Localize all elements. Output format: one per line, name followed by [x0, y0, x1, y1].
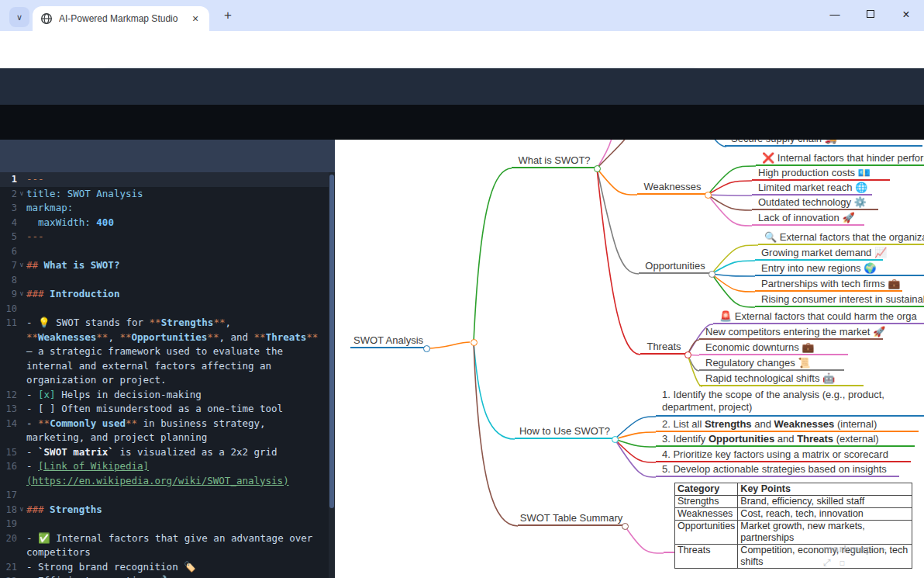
mindmap-node[interactable]: Opportunities: [639, 259, 712, 274]
editor-line[interactable]: 19: [0, 517, 335, 531]
mindmap-node[interactable]: SWOT Table Summary: [518, 511, 625, 526]
editor-line[interactable]: 22- Efficient operations 🔧: [0, 574, 335, 578]
table-cell: Cost, reach, tech, innovation: [738, 508, 912, 521]
mindmap-node[interactable]: Outdated technology ⚙️: [752, 196, 878, 210]
mindmap-node[interactable]: 🔍 External factors that the organizatio: [758, 230, 924, 245]
gutter-spacer: [17, 488, 26, 503]
gutter-spacer: [17, 273, 26, 288]
gutter-spacer: [17, 574, 26, 578]
editor-line[interactable]: 8: [0, 273, 335, 288]
editor-line[interactable]: 7v## What is SWOT?: [0, 258, 335, 273]
tab-close-icon[interactable]: ×: [189, 12, 202, 25]
editor-line[interactable]: 9v### Introduction: [0, 287, 335, 302]
mindmap-node[interactable]: Growing market demand 📈: [755, 246, 883, 261]
editor-line[interactable]: 12- [x] Helps in decision-making: [0, 388, 335, 403]
mindmap-node[interactable]: Limited market reach 🌐: [752, 181, 872, 196]
mindmap-node[interactable]: Regulatory changes 📜: [699, 356, 844, 371]
fold-caret-icon[interactable]: v: [17, 287, 26, 302]
table-cell: Brand, efficiency, skilled staff: [738, 496, 912, 508]
editor-scrollbar[interactable]: [329, 172, 335, 578]
mindmap-node-circle[interactable]: [705, 192, 712, 199]
editor-line[interactable]: 6: [0, 244, 335, 259]
mindmap-node[interactable]: High production costs 💶: [752, 166, 890, 181]
mindmap-node[interactable]: 🚨 External factors that could harm the o…: [713, 310, 924, 324]
editor-line[interactable]: 2vtitle: SWOT Analysis: [0, 187, 335, 202]
editor-line[interactable]: 17: [0, 488, 335, 503]
editor-scrollbar-thumb[interactable]: [329, 175, 334, 508]
editor-line[interactable]: 14- **Commonly used** in business strate…: [0, 417, 335, 445]
gutter-spacer: [17, 172, 26, 187]
mindmap-node[interactable]: Secure supply chain 🚚: [725, 140, 922, 147]
table-cell: Opportunities: [675, 521, 738, 545]
mindmap-node[interactable]: Rapid technological shifts 🤖: [699, 372, 864, 386]
mindmap-node-circle[interactable]: [423, 345, 430, 352]
close-icon[interactable]: ×: [888, 0, 924, 29]
mindmap-node[interactable]: 1. Identify the scope of the analysis (e…: [656, 389, 924, 417]
editor-line[interactable]: 15- `SWOT matrix` is visualized as a 2x2…: [0, 445, 335, 460]
editor-line[interactable]: 5---: [0, 230, 335, 244]
maximize-icon[interactable]: [853, 0, 888, 29]
editor-line[interactable]: 20- ✅ Internal factors that give an adva…: [0, 531, 335, 560]
gutter-spacer: [17, 445, 26, 460]
mindmap-node-circle[interactable]: [471, 339, 478, 346]
editor-line[interactable]: 3markmap:: [0, 201, 335, 216]
editor-line[interactable]: 13- [ ] Often misunderstood as a one-tim…: [0, 402, 335, 417]
mindmap-link: [597, 140, 612, 168]
markmap-watermark-toolbar[interactable]: markmap＋ － ⤢ ◻: [823, 543, 924, 568]
mindmap-node[interactable]: Weaknesses: [637, 180, 708, 195]
markdown-editor[interactable]: 1---2vtitle: SWOT Analysis3markmap:4 max…: [0, 172, 335, 578]
mindmap-node[interactable]: 2. List all Strengths and Weaknesses (in…: [656, 417, 919, 432]
mindmap-node[interactable]: 4. Prioritize key factors using a matrix…: [656, 448, 911, 462]
mindmap-link: [615, 417, 656, 439]
tab-title: AI-Powered Markmap Studio: [59, 13, 189, 24]
mindmap-node[interactable]: Threats: [640, 340, 688, 355]
gutter-spacer: [17, 417, 26, 445]
minimize-icon[interactable]: —: [817, 0, 853, 29]
gutter-spacer: [17, 316, 26, 388]
mindmap-node[interactable]: 3. Identify Opportunities and Threats (e…: [656, 432, 915, 447]
mindmap-node-circle[interactable]: [684, 351, 691, 358]
fold-caret-icon[interactable]: v: [17, 258, 26, 273]
gutter-spacer: [17, 230, 26, 244]
mindmap-node-circle[interactable]: [709, 271, 715, 278]
gutter-spacer: [17, 201, 26, 216]
mindmap-node[interactable]: What is SWOT?: [512, 154, 597, 168]
fold-caret-icon[interactable]: v: [17, 187, 26, 202]
editor-line[interactable]: 11- 💡 SWOT stands for **Strengths**, **W…: [0, 316, 335, 388]
mindmap-node[interactable]: How to Use SWOT?: [515, 424, 615, 439]
editor-line[interactable]: 21- Strong brand recognition 🏷️: [0, 560, 335, 575]
gutter-spacer: [17, 459, 26, 488]
mindmap-node-circle[interactable]: [612, 436, 619, 443]
new-tab-button[interactable]: +: [219, 8, 237, 23]
mindmap-node-circle[interactable]: [594, 165, 601, 172]
mindmap-node-circle[interactable]: [622, 523, 629, 530]
editor-line[interactable]: 10: [0, 302, 335, 317]
editor-line[interactable]: 18v### Strengths: [0, 503, 335, 517]
mindmap-link: [708, 195, 752, 196]
mindmap-node[interactable]: Entry into new regions 🌍: [755, 261, 924, 276]
table-cell: Weaknesses: [675, 508, 738, 521]
gutter-spacer: [17, 560, 26, 575]
browser-toolbar: ← → ai-toolbox.visual-paradigm.com/app/a…: [0, 31, 924, 68]
table-header-cell: Key Points: [738, 483, 912, 496]
markmap-canvas[interactable]: SWOT AnalysisWhat is SWOT?WeaknessesOppo…: [335, 140, 924, 578]
browser-tab[interactable]: AI-Powered Markmap Studio ×: [33, 6, 209, 31]
editor-line[interactable]: 4 maxWidth: 400: [0, 216, 335, 230]
mindmap-node[interactable]: SWOT Analysis: [350, 334, 426, 348]
table-row: WeaknessesCost, reach, tech, innovation: [675, 508, 912, 521]
mindmap-link: [474, 342, 518, 526]
editor-toolbar: Insert Snippet: [0, 140, 335, 172]
fold-caret-icon[interactable]: v: [17, 503, 26, 517]
mindmap-node[interactable]: ❌ Internal factors that hinder performa: [756, 151, 924, 166]
mindmap-node[interactable]: New competitors entering the market 🚀: [699, 325, 883, 340]
gutter-spacer: [17, 517, 26, 531]
mindmap-node[interactable]: Rising consumer interest in sustainabili: [755, 292, 924, 307]
mindmap-node[interactable]: 5. Develop actionable strategies based o…: [656, 462, 899, 477]
mindmap-node[interactable]: Lack of innovation 🚀: [752, 211, 864, 226]
mindmap-node[interactable]: Partnerships with tech firms 💼: [755, 277, 902, 292]
editor-line[interactable]: 16- [Link of Wikipedia](https://en.wikip…: [0, 459, 335, 488]
mindmap-node[interactable]: Economic downturns 💼: [699, 341, 848, 355]
tab-search-chevron-icon[interactable]: ∨: [9, 7, 29, 27]
editor-line[interactable]: 1---: [0, 172, 335, 187]
app-toolbar: File Generate with AI Describe with AI: [0, 105, 924, 140]
